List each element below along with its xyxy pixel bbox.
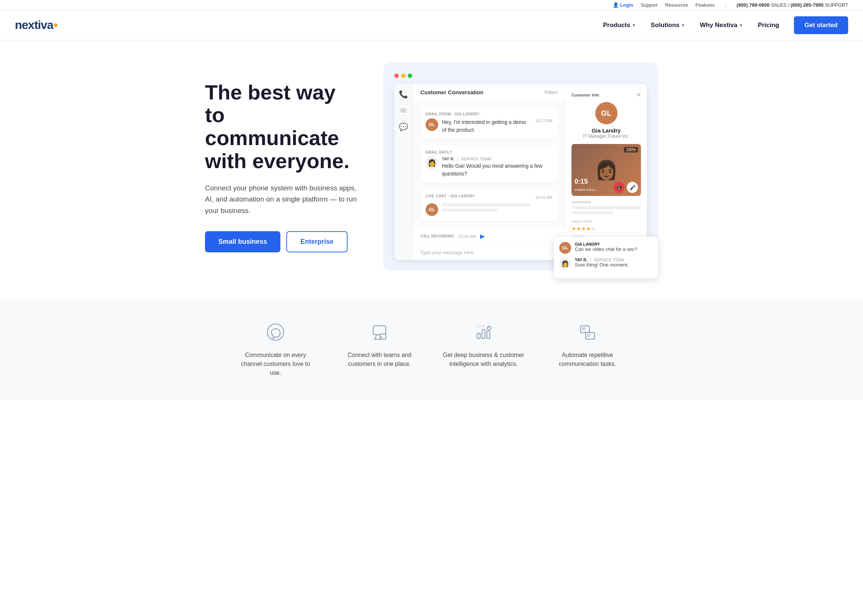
reply-content: TAY R. | SERVICE TEAM Hello Gia! Would y…: [442, 157, 553, 178]
filters-label[interactable]: Filters: [545, 90, 558, 95]
hero-subtitle: Connect your phone system with business …: [205, 182, 361, 216]
feature-text-3: Automate repetitive communication tasks.: [546, 351, 628, 368]
bubble-msg: Can we video chat for a sec?: [575, 247, 653, 252]
customer-avatar-big: GL: [595, 102, 617, 124]
feature-item-0: Communicate on every channel customers l…: [235, 323, 317, 377]
bubble-row-gia: GL GIA LANDRY Can we video chat for a se…: [559, 242, 653, 254]
nav-pricing[interactable]: Pricing: [752, 19, 785, 32]
reply-tag: EMAIL REPLY: [425, 150, 553, 154]
analytics-section: ANALYTICS ★★★★★: [572, 220, 641, 231]
bubble-sender: GIA LANDRY: [575, 242, 653, 247]
svg-point-0: [268, 324, 284, 340]
communicate-icon: [266, 323, 285, 345]
window-dots: [394, 74, 647, 78]
chat-header: Customer Conversation Filters: [413, 84, 565, 101]
svg-rect-3: [477, 333, 480, 338]
feature-item-1: Connect with teams and customers in one …: [339, 323, 420, 377]
bubble-tay-avatar: 👩: [559, 258, 571, 269]
live-chat-block: LIVE CHAT - GIA LANDRY 10:15 AM GL: [420, 189, 558, 221]
email-time: 10:13 AM: [535, 118, 553, 123]
reply-message-row: 👩 TAY R. | SERVICE TEAM Hello Gia! Would…: [425, 157, 553, 178]
feature-item-2: Get deep business & customer intelligenc…: [443, 323, 524, 377]
support-link[interactable]: Support: [641, 2, 658, 8]
video-overlay-info: 100%: [624, 147, 638, 152]
customer-info-label: Customer Info: [572, 93, 599, 97]
nav-products[interactable]: Products ▼: [597, 19, 642, 32]
main-nav: nextiva Products ▼ Solutions ▼ Why Nexti…: [0, 10, 863, 40]
bubble-gia-avatar: GL: [559, 242, 571, 254]
email-message-row: GL Hey, I'm interested in getting a demo…: [425, 118, 553, 134]
chat-window: 📞 ✉ 💬 Customer Conversation Filters EMAI…: [394, 84, 647, 260]
bubble-gia-text: GIA LANDRY Can we video chat for a sec?: [575, 242, 653, 252]
feature-text-2: Get deep business & customer intelligenc…: [443, 351, 524, 368]
customer-info-panel: Customer Info ✕ GL Gia Landry IT Manager…: [565, 84, 647, 260]
sales-label: SALES: [771, 2, 786, 8]
small-business-button[interactable]: Small business: [205, 231, 280, 252]
hero-right: 📞 ✉ 💬 Customer Conversation Filters EMAI…: [383, 62, 658, 271]
live-chat-row: GL: [425, 203, 553, 216]
support-label2: SUPPORT: [825, 2, 848, 8]
email-icon: ✉: [400, 106, 406, 115]
logo-dot: [54, 24, 58, 27]
email-tag: EMAIL FROM - GIA LANDRY: [425, 112, 553, 116]
tay-avatar: 👩: [425, 157, 438, 169]
enterprise-button[interactable]: Enterprise: [286, 231, 348, 252]
chat-icon: 💬: [399, 123, 408, 131]
mute-button[interactable]: 🎤: [627, 182, 638, 193]
top-bar: 👤 Login Support Resources Features | (80…: [0, 0, 863, 10]
get-started-button[interactable]: Get started: [794, 16, 848, 34]
feature-item-3: Automate repetitive communication tasks.: [546, 323, 628, 377]
reply-message-block: EMAIL REPLY 👩 TAY R. | SERVICE TEAM: [420, 145, 558, 183]
gia-live-avatar: GL: [425, 203, 438, 216]
star-rating: ★★★★★: [572, 226, 641, 231]
login-label: Login: [620, 2, 633, 8]
analytics-icon: [474, 323, 493, 345]
dot-green: [408, 74, 412, 78]
overview-section: OVERVIEW: [572, 200, 641, 216]
resources-link[interactable]: Resources: [665, 2, 688, 8]
close-icon[interactable]: ✕: [636, 91, 641, 98]
overview-label: OVERVIEW: [572, 200, 641, 204]
svg-rect-1: [373, 326, 386, 335]
gia-avatar: GL: [425, 118, 438, 131]
nav-items: Products ▼ Solutions ▼ Why Nextiva ▼ Pri…: [597, 16, 848, 34]
dot-red: [394, 74, 399, 78]
mockup-container: 📞 ✉ 💬 Customer Conversation Filters EMAI…: [383, 62, 658, 271]
chat-input-bar[interactable]: Type your message here: [413, 245, 565, 260]
video-call-label: VIDEO CALL: [575, 188, 596, 192]
hero-title: The best way to communicate with everyon…: [205, 81, 361, 172]
email-text: Hey, I'm interested in getting a demo of…: [442, 118, 532, 134]
login-icon: 👤: [613, 2, 619, 8]
automate-icon: [578, 323, 597, 345]
dot-yellow: [401, 74, 406, 78]
chat-messages: EMAIL FROM - GIA LANDRY GL Hey, I'm inte…: [413, 101, 565, 227]
overview-line-2: [572, 211, 613, 214]
chat-main: Customer Conversation Filters EMAIL FROM…: [413, 84, 565, 260]
customer-title: IT Manager, Future Inc.: [583, 134, 630, 139]
end-call-button[interactable]: 📵: [613, 182, 625, 193]
overview-line-1: [572, 206, 641, 209]
phone-icon: 📞: [399, 90, 408, 99]
features-link[interactable]: Features: [696, 2, 715, 8]
logo[interactable]: nextiva: [15, 18, 58, 32]
call-tag: CALL RECORDING: [420, 234, 454, 238]
hero-left: The best way to communicate with everyon…: [205, 81, 361, 253]
top-bar-links: 👤 Login Support Resources Features | (80…: [613, 2, 848, 8]
login-link[interactable]: 👤 Login: [613, 2, 633, 8]
nav-why-nextiva[interactable]: Why Nextiva ▼: [694, 19, 749, 32]
chat-bubble-overlay: GL GIA LANDRY Can we video chat for a se…: [554, 237, 658, 278]
video-timer: 0:15: [575, 178, 588, 185]
connect-icon: [370, 323, 389, 345]
customer-name: Gia Landry: [592, 127, 620, 134]
live-tag: LIVE CHAT - GIA LANDRY: [425, 194, 475, 198]
divider: |: [725, 2, 726, 8]
play-button[interactable]: ▶: [480, 233, 485, 240]
call-recording-bar: CALL RECORDING 10:20 AM ▶: [413, 227, 565, 245]
nav-solutions[interactable]: Solutions ▼: [645, 19, 691, 32]
why-chevron-icon: ▼: [739, 23, 743, 27]
email-content: Hey, I'm interested in getting a demo of…: [442, 118, 532, 134]
svg-rect-4: [482, 330, 485, 338]
products-chevron-icon: ▼: [632, 23, 636, 27]
feature-text-0: Communicate on every channel customers l…: [235, 351, 317, 377]
solutions-chevron-icon: ▼: [681, 23, 685, 27]
